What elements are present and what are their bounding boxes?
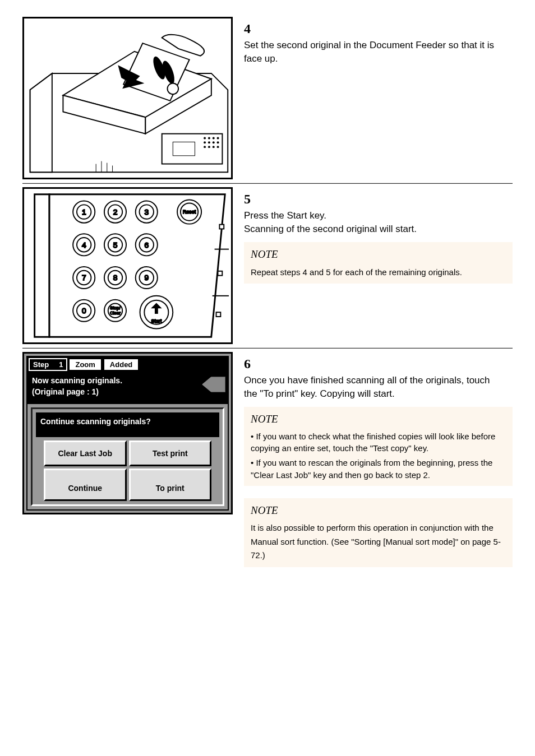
- svg-point-11: [213, 141, 215, 143]
- screen-message: Now scanning originals. (Original page :…: [27, 372, 228, 404]
- note-label: NOTE: [251, 411, 506, 427]
- svg-text:Reset: Reset: [183, 209, 196, 215]
- svg-point-14: [208, 146, 210, 148]
- svg-rect-22: [218, 271, 222, 276]
- svg-text:1: 1: [82, 208, 86, 216]
- step6-note2: NOTE It is also possible to perform this…: [244, 498, 513, 567]
- svg-text:4: 4: [82, 241, 86, 249]
- svg-point-15: [213, 146, 215, 148]
- note-label: NOTE: [251, 503, 506, 518]
- figure-screen: Step 1 Zoom Added Now scanning originals…: [22, 352, 233, 514]
- step5-note-text: Repeat steps 4 and 5 for each of the rem…: [251, 267, 462, 277]
- svg-text:6: 6: [144, 241, 149, 249]
- figure-feeder: [22, 17, 233, 179]
- clear-last-job-button[interactable]: Clear Last Job: [44, 440, 127, 466]
- svg-text:8: 8: [113, 273, 118, 282]
- step5-text-line1: Press the Start key.: [244, 210, 326, 221]
- svg-text:Start: Start: [151, 318, 162, 324]
- svg-point-12: [217, 141, 219, 143]
- separator: [22, 347, 513, 349]
- svg-rect-4: [173, 142, 195, 155]
- step6-note1-line2: • If you want to rescan the originals fr…: [251, 457, 506, 481]
- svg-text:9: 9: [144, 273, 149, 282]
- test-print-button[interactable]: Test print: [129, 440, 212, 466]
- step4-number: 4: [244, 19, 257, 39]
- figure-keypad: 1 2 3 Reset 4 5 6 7 8 9 0 Stop/Clear: [22, 187, 233, 344]
- screen-tab-zoom[interactable]: Zoom: [68, 358, 102, 371]
- svg-point-8: [217, 137, 219, 140]
- svg-rect-21: [219, 225, 224, 229]
- back-arrow-icon[interactable]: [202, 377, 225, 392]
- svg-text:0: 0: [82, 307, 86, 315]
- svg-point-7: [213, 137, 215, 140]
- svg-text:Stop/: Stop/: [110, 305, 121, 310]
- svg-point-16: [217, 146, 219, 148]
- svg-text:3: 3: [144, 208, 149, 216]
- continue-button[interactable]: Continue: [44, 469, 127, 501]
- step6-number: 6: [244, 354, 257, 374]
- svg-point-2: [168, 84, 179, 95]
- svg-text:Clear: Clear: [110, 310, 121, 316]
- screen-prompt: Continue scanning originals?: [36, 412, 219, 437]
- step6-text: Once you have finished scanning all of t…: [244, 374, 497, 401]
- step5-number: 5: [244, 189, 257, 209]
- step5-note: NOTE Repeat steps 4 and 5 for each of th…: [244, 242, 513, 284]
- step5-text-line2: Scanning of the second original will sta…: [244, 224, 417, 234]
- to-print-button[interactable]: To print: [129, 469, 212, 501]
- screen-tab-added[interactable]: Added: [103, 358, 139, 371]
- step6-note1-line1: • If you want to check what the finished…: [251, 430, 506, 455]
- svg-point-6: [208, 137, 210, 140]
- svg-point-5: [204, 137, 206, 140]
- screen-step-label: Step 1: [29, 358, 67, 371]
- step6-note1: NOTE • If you want to check what the fin…: [244, 407, 513, 486]
- svg-text:7: 7: [82, 273, 86, 282]
- svg-point-10: [208, 141, 210, 143]
- svg-text:5: 5: [113, 241, 118, 249]
- step4-text: Set the second original in the Document …: [244, 39, 497, 66]
- separator: [22, 183, 513, 184]
- step6-note2-text: It is also possible to perform this oper…: [251, 523, 501, 560]
- svg-rect-23: [216, 312, 221, 317]
- note-label: NOTE: [251, 247, 506, 262]
- svg-point-9: [204, 141, 206, 143]
- svg-point-13: [204, 146, 206, 148]
- svg-text:2: 2: [113, 208, 118, 216]
